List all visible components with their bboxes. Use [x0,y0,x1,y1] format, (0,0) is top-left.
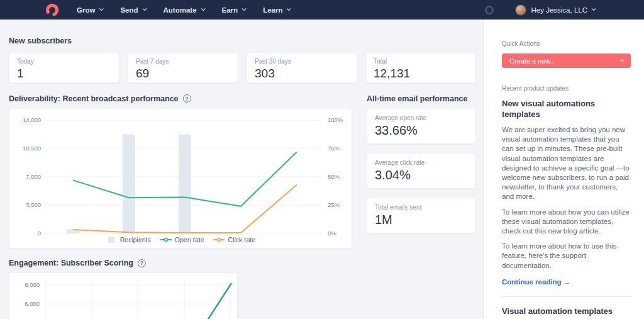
stat-card-click-rate: Average click rate 3.04% [367,153,476,189]
deliverability-chart[interactable]: 00%3,50025%7,00050%10,50075%14,000100% [9,109,353,249]
deliverability-title: Deliverability: Recent broadcast perform… [9,94,179,103]
update-post-paragraph: We are super excited to bring you new vi… [502,125,631,202]
stat-card-past-30-days: Past 30 days 303 [247,52,357,83]
y-axis-tick: 8,000 [25,281,40,288]
divider [502,296,631,297]
create-new-label: Create a new... [509,57,556,65]
legend-label: Click rate [228,236,255,243]
nav-item-label: Automate [164,6,197,14]
deliverability-chart-card: 00%3,50025%7,00050%10,50075%14,000100% R… [9,108,352,249]
update-post-title: Visual automation templates library rede… [502,306,631,319]
recipients-bar[interactable] [179,135,191,234]
chevron-down-icon [142,6,147,11]
quick-actions-label: Quick Actions [502,40,540,47]
left-axis-tick: 3,500 [26,201,41,208]
legend-label: Recipients [120,236,151,243]
nav-item-label: Learn [263,6,282,14]
left-axis-tick: 14,000 [23,116,41,123]
nav-item-automate[interactable]: Automate [164,6,204,14]
convertkit-logo-icon[interactable] [44,2,60,18]
top-nav: Grow Send Automate Earn Learn Hey Jessic… [0,0,644,20]
right-axis-tick: 50% [328,173,340,180]
chevron-down-icon [287,6,291,11]
stat-value: 1M [375,213,468,227]
right-axis-tick: 75% [328,145,340,152]
legend-marker-icon [106,237,117,243]
stat-card-emails-sent: Total emails sent 1M [367,198,476,233]
stat-value: 3.04% [375,168,468,182]
dashboard-main: New subscribers Today 1 Past 7 days 69 P… [0,20,483,319]
right-axis-tick: 25% [328,201,340,208]
account-name: Hey Jessica, LLC [531,6,587,14]
new-subscribers-stats: Today 1 Past 7 days 69 Past 30 days 303 … [9,52,476,83]
nav-item-grow[interactable]: Grow [77,6,103,14]
main-menu: Grow Send Automate Earn Learn [77,6,290,14]
nav-item-label: Earn [222,6,238,14]
chevron-down-icon [242,6,247,11]
engagement-chart-card: 8,0006,000 [9,272,238,319]
create-new-button[interactable]: Create a new... [502,53,631,68]
help-icon[interactable]: ? [183,94,191,103]
avatar[interactable] [515,4,526,16]
right-sidebar: Quick Actions Create a new... Recent pro… [483,20,644,319]
engagement-chart[interactable]: 8,0006,000 [9,273,238,319]
chevron-down-icon [592,6,596,11]
nav-item-send[interactable]: Send [120,6,145,14]
alltime-title: All-time email performance [367,94,476,103]
stat-label: Total [374,58,468,65]
stat-label: Past 7 days [136,58,230,65]
legend-item-click-rate: Click rate [213,236,255,243]
update-post-paragraph: To learn more about how you can utilize … [502,208,631,237]
right-axis-tick: 100% [328,116,343,123]
recipients-bar[interactable] [123,135,135,234]
nav-right-group: Hey Jessica, LLC [485,4,595,16]
stat-label: Total emails sent [375,204,468,211]
stat-card-past-7-days: Past 7 days 69 [128,52,238,83]
left-axis-tick: 7,000 [26,173,41,180]
subscriber-score-line[interactable] [197,283,232,319]
update-post-title: New visual automations templates [502,98,631,120]
stat-card-total: Total 12,131 [365,52,476,83]
recent-updates-label: Recent product updates [502,85,631,92]
chart-legend: RecipientsOpen rateClick rate [9,236,352,243]
stat-value: 303 [255,67,349,81]
legend-item-recipients: Recipients [106,236,151,243]
y-axis-tick: 6,000 [25,300,40,307]
legend-item-open-rate: Open rate [160,236,204,243]
stat-card-open-rate: Average open rate 33.66% [367,108,476,144]
help-icon[interactable]: ? [138,259,146,267]
stat-label: Average open rate [375,115,468,121]
chevron-down-icon [620,57,625,62]
continue-reading-link[interactable]: Continue reading → [502,278,570,286]
stat-card-today: Today 1 [9,52,119,83]
nav-item-earn[interactable]: Earn [222,6,246,14]
new-subscribers-title: New subscribers [9,36,476,45]
stat-label: Today [17,58,111,65]
update-post-paragraph: To learn more about how to use this feat… [502,242,631,271]
legend-marker-icon [160,237,172,243]
legend-label: Open rate [175,236,204,243]
nav-item-label: Grow [77,6,95,14]
chevron-down-icon [201,6,205,11]
stat-value: 1 [17,67,111,81]
nav-item-learn[interactable]: Learn [263,6,290,14]
stat-label: Past 30 days [255,58,349,65]
nav-item-label: Send [120,6,138,14]
left-axis-tick: 10,500 [23,145,41,152]
stat-value: 33.66% [375,123,468,138]
stat-label: Average click rate [375,159,468,166]
account-menu[interactable]: Hey Jessica, LLC [531,6,595,14]
product-updates-ring-icon[interactable] [485,6,494,14]
chevron-down-icon [99,6,104,11]
legend-marker-icon [213,237,225,243]
stat-value: 69 [136,67,230,81]
stat-value: 12,131 [374,67,468,81]
engagement-title: Engagement: Subscriber Scoring [9,259,133,267]
